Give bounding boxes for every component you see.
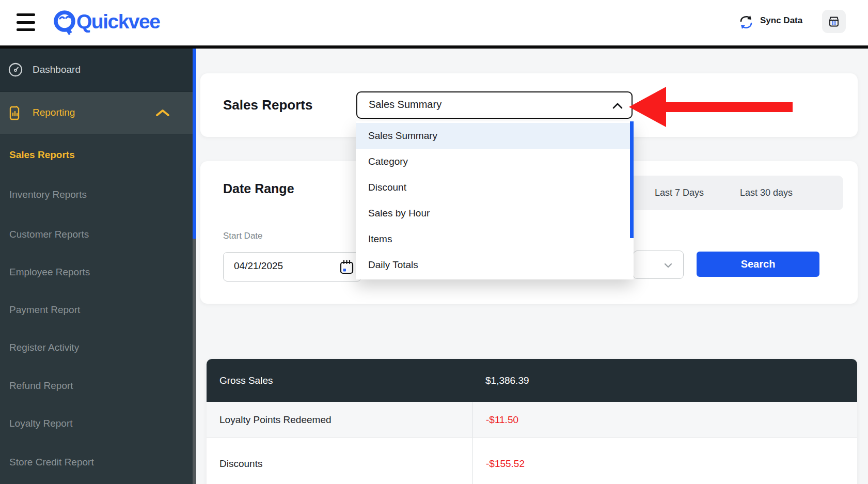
sync-data-button[interactable]: Sync Data — [760, 15, 802, 26]
row-label: Gross Sales — [219, 359, 273, 402]
gauge-icon — [7, 61, 24, 78]
dropdown-option-daily-totals[interactable]: Daily Totals — [356, 252, 630, 278]
row-label: Loyalty Points Redeemed — [207, 402, 472, 438]
dropdown-option-items[interactable]: Items — [356, 226, 630, 252]
sidebar-item-register-activity[interactable]: Register Activity — [0, 341, 193, 354]
row-value: -$11.50 — [472, 402, 857, 438]
sidebar-item-dashboard[interactable]: Dashboard — [0, 49, 193, 92]
report-document-icon — [7, 104, 24, 122]
sidebar-item-store-credit-report[interactable]: Store Credit Report — [0, 456, 193, 469]
header-divider — [0, 45, 868, 49]
logo-text: Quickvee — [76, 10, 160, 33]
calendar-icon[interactable] — [340, 259, 354, 275]
sidebar-item-refund-report[interactable]: Refund Report — [0, 379, 193, 393]
sales-summary-table: Gross Sales $1,386.39 Loyalty Points Red… — [207, 359, 857, 484]
sidebar-nav: Dashboard Reporting Sales Reports Invent… — [0, 49, 193, 484]
table-row-gross-sales: Gross Sales $1,386.39 — [207, 359, 857, 402]
report-type-select[interactable]: Sales Summary — [356, 91, 633, 119]
sidebar-item-inventory-reports[interactable]: Inventory Reports — [0, 188, 193, 201]
start-date-value: 04/21/2025 — [234, 260, 283, 272]
dropdown-option-discount[interactable]: Discount — [356, 175, 630, 200]
table-row-discounts: Discounts -$155.52 — [207, 438, 857, 484]
storefront-icon — [827, 15, 841, 28]
last-7-days-button[interactable]: Last 7 Days — [655, 188, 704, 198]
page-scrollbar-thumb[interactable] — [193, 49, 196, 239]
sidebar-item-reporting[interactable]: Reporting — [0, 92, 193, 134]
chevron-up-icon — [155, 108, 170, 118]
start-date-label: Start Date — [223, 231, 263, 241]
dropdown-option-sales-by-hour[interactable]: Sales by Hour — [356, 200, 630, 226]
quickvee-logo[interactable]: Quickvee — [52, 7, 170, 39]
store-selector-button[interactable] — [822, 10, 846, 33]
dropdown-option-category[interactable]: Category — [356, 149, 630, 175]
sidebar-item-customer-reports[interactable]: Customer Reports — [0, 228, 193, 241]
sidebar-item-label: Reporting — [33, 107, 75, 118]
sidebar-item-label: Dashboard — [33, 64, 81, 75]
row-value: -$155.52 — [472, 438, 857, 484]
app-window: Quickvee Sync Data — [0, 0, 868, 484]
hamburger-menu-icon[interactable] — [17, 13, 36, 31]
filter-select[interactable] — [633, 251, 684, 279]
last-30-days-button[interactable]: Last 30 days — [740, 188, 793, 198]
start-date-input[interactable]: 04/21/2025 — [223, 252, 361, 282]
chevron-down-icon — [664, 262, 673, 269]
table-row-loyalty-points: Loyalty Points Redeemed -$11.50 — [207, 402, 857, 438]
sidebar-item-loyalty-report[interactable]: Loyalty Report — [0, 417, 193, 430]
top-header: Quickvee Sync Data — [0, 0, 868, 45]
search-button[interactable]: Search — [697, 252, 819, 277]
dropdown-option-sales-summary[interactable]: Sales Summary — [356, 123, 630, 149]
chevron-up-icon — [612, 102, 623, 110]
dropdown-scrollbar-thumb[interactable] — [630, 121, 634, 238]
date-range-title: Date Range — [223, 181, 294, 196]
sidebar-item-sales-reports[interactable]: Sales Reports — [0, 148, 193, 162]
row-label: Discounts — [207, 438, 472, 484]
row-value: $1,386.39 — [485, 359, 529, 402]
sidebar-item-employee-reports[interactable]: Employee Reports — [0, 266, 193, 279]
sync-icon[interactable] — [737, 13, 755, 33]
page-scrollbar-track[interactable] — [193, 239, 196, 484]
logo-q-smiley-icon — [56, 12, 73, 35]
report-type-select-value: Sales Summary — [369, 99, 441, 111]
sidebar-item-payment-report[interactable]: Payment Report — [0, 303, 193, 317]
page-title: Sales Reports — [223, 97, 312, 113]
red-arrow-annotation — [629, 79, 794, 136]
report-type-dropdown: Sales Summary Category Discount Sales by… — [356, 121, 634, 279]
